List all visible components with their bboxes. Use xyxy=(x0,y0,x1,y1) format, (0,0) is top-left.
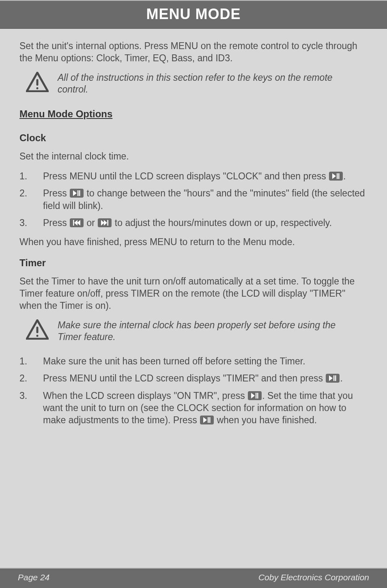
svg-rect-13 xyxy=(257,393,258,398)
step-body: Press MENU until the LCD screen displays… xyxy=(43,170,368,182)
step-text: to change between the "hours" and the "m… xyxy=(43,188,365,211)
svg-rect-10 xyxy=(333,375,335,381)
note-text: All of the instructions in this section … xyxy=(58,72,353,95)
svg-rect-3 xyxy=(338,173,340,179)
svg-rect-14 xyxy=(208,417,209,423)
timer-steps: 1. Make sure the unit has been turned of… xyxy=(19,355,368,426)
timer-desc: Set the Timer to have the unit turn on/o… xyxy=(19,276,368,312)
play-pause-icon xyxy=(200,416,214,424)
skip-next-icon xyxy=(98,218,112,227)
clock-title: Clock xyxy=(19,131,368,144)
step-text: . xyxy=(343,171,346,181)
step-number: 2. xyxy=(19,187,35,212)
play-pause-icon xyxy=(70,189,84,198)
step-text: Press xyxy=(43,218,69,228)
timer-step-1: 1. Make sure the unit has been turned of… xyxy=(19,355,368,367)
step-text: When the LCD screen displays "ON TMR", p… xyxy=(43,390,247,401)
timer-step-3: 3. When the LCD screen displays "ON TMR"… xyxy=(19,390,368,426)
clock-after: When you have finished, press MENU to re… xyxy=(19,236,368,248)
warning-icon xyxy=(26,72,49,95)
svg-rect-9 xyxy=(37,335,39,337)
note-remote-keys: All of the instructions in this section … xyxy=(26,72,368,95)
step-body: Press MENU until the LCD screen displays… xyxy=(43,372,368,384)
clock-desc: Set the internal clock time. xyxy=(19,151,368,163)
clock-step-2: 2. Press to change between the "hours" a… xyxy=(19,187,368,212)
svg-rect-8 xyxy=(37,327,39,333)
svg-rect-6 xyxy=(73,220,74,226)
timer-title: Timer xyxy=(19,256,368,269)
svg-rect-15 xyxy=(209,417,211,423)
svg-rect-0 xyxy=(37,79,39,86)
note-timer: Make sure the internal clock has been pr… xyxy=(26,319,368,343)
svg-rect-1 xyxy=(37,87,39,89)
step-body: When the LCD screen displays "ON TMR", p… xyxy=(43,390,368,426)
step-number: 3. xyxy=(19,217,35,229)
note-text: Make sure the internal clock has been pr… xyxy=(58,319,353,343)
clock-step-3: 3. Press or to adjust the hours/minutes … xyxy=(19,217,368,229)
step-text: or xyxy=(84,218,97,228)
page-title: MENU MODE xyxy=(146,6,241,22)
step-number: 3. xyxy=(19,390,35,426)
svg-rect-5 xyxy=(79,190,80,196)
step-text: Press xyxy=(43,188,69,198)
play-pause-icon xyxy=(329,172,343,181)
play-pause-icon xyxy=(326,374,340,383)
footer-corp: Coby Electronics Corporation xyxy=(258,573,369,582)
step-text: to adjust the hours/minutes down or up, … xyxy=(112,218,332,228)
step-text: Press MENU until the LCD screen displays… xyxy=(43,171,329,181)
page-header: MENU MODE xyxy=(0,0,387,29)
page-number: Page 24 xyxy=(18,573,49,582)
intro-text: Set the unit's internal options. Press M… xyxy=(19,40,368,65)
section-title: Menu Mode Options xyxy=(19,108,368,120)
svg-rect-7 xyxy=(108,220,109,226)
page-footer: Page 24 Coby Electronics Corporation xyxy=(0,568,387,588)
step-text: . xyxy=(340,373,342,383)
step-body: Press to change between the "hours" and … xyxy=(43,187,368,212)
page-content: Set the unit's internal options. Press M… xyxy=(0,29,387,568)
timer-step-2: 2. Press MENU until the LCD screen displ… xyxy=(19,372,368,384)
step-text: Press MENU until the LCD screen displays… xyxy=(43,373,325,383)
svg-rect-11 xyxy=(335,375,336,381)
svg-rect-12 xyxy=(256,393,257,398)
svg-rect-4 xyxy=(77,190,79,196)
warning-icon xyxy=(26,319,49,343)
step-number: 1. xyxy=(19,170,35,182)
step-body: Press or to adjust the hours/minutes dow… xyxy=(43,217,368,229)
step-number: 2. xyxy=(19,372,35,384)
svg-rect-2 xyxy=(337,173,338,179)
step-body: Make sure the unit has been turned off b… xyxy=(43,355,368,367)
play-pause-icon xyxy=(248,391,262,400)
clock-steps: 1. Press MENU until the LCD screen displ… xyxy=(19,170,368,229)
skip-prev-icon xyxy=(70,218,84,227)
clock-step-1: 1. Press MENU until the LCD screen displ… xyxy=(19,170,368,182)
timer-section: Timer Set the Timer to have the unit tur… xyxy=(19,256,368,426)
step-text: when you have finished. xyxy=(214,415,317,425)
step-number: 1. xyxy=(19,355,35,367)
